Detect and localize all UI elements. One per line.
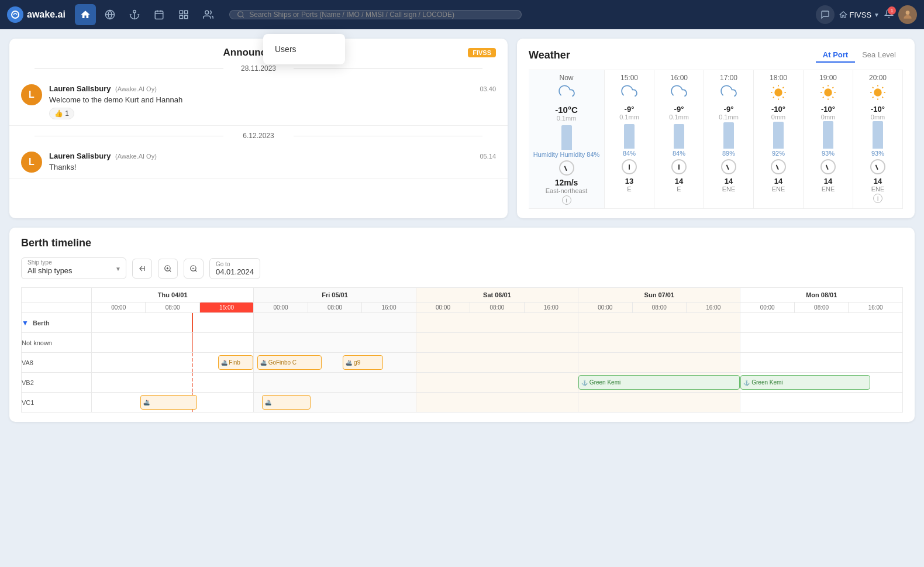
- announcement-time-1: 03.40: [480, 85, 496, 92]
- berth-group-mon: [740, 313, 903, 333]
- svg-line-53: [823, 97, 824, 98]
- time-thu-00: 00:00: [92, 303, 146, 313]
- nav-org[interactable]: FIVSS ▼: [839, 11, 880, 19]
- ship-event-vc1-fri[interactable]: 🚢: [262, 395, 311, 410]
- announcement-author-1: Lauren Salisbury: [49, 84, 111, 93]
- search-input[interactable]: [249, 11, 514, 19]
- date-header-mon: Mon 08/01: [740, 288, 903, 303]
- berth-label-vc1: VC1: [22, 393, 92, 413]
- svg-rect-5: [155, 11, 163, 19]
- time-sat-00: 00:00: [416, 303, 470, 313]
- announcement-author-line-2: Lauren Salisbury (Awake.AI Oy): [49, 152, 157, 160]
- timeline-zoom-in-btn[interactable]: [158, 259, 178, 279]
- cell-not-known-mon: [740, 333, 903, 353]
- weather-col-1: 15:00-9°0.1mm84%13E: [605, 70, 654, 209]
- svg-rect-9: [180, 11, 182, 13]
- weather-tab-port[interactable]: At Port: [816, 48, 855, 63]
- ship-event-green-kemi[interactable]: ⚓ Green Kemi: [578, 375, 740, 390]
- announcement-meta-1: Lauren Salisbury (Awake.AI Oy) 03.40: [49, 84, 496, 93]
- top-nav: awake.ai FIVSS ▼ 1: [0, 0, 924, 29]
- berth-group-row: ▼ Berth: [22, 313, 903, 333]
- nav-anchor-btn[interactable]: [124, 4, 145, 25]
- goto-date-wrap[interactable]: Go to 04.01.2024: [209, 258, 260, 279]
- nav-users-btn[interactable]: [198, 4, 219, 25]
- nav-chat-btn[interactable]: [816, 5, 835, 24]
- weather-header: Weather At Port Sea Level: [529, 48, 903, 63]
- berth-group-sun: [578, 313, 740, 333]
- svg-line-63: [882, 87, 883, 88]
- cell-vb2-sun: ⚓ Green Kemi: [578, 373, 740, 393]
- nav-logo[interactable]: awake.ai: [7, 6, 65, 23]
- fivss-badge: FIVSS: [468, 48, 496, 57]
- users-menu-item[interactable]: Users: [263, 39, 345, 60]
- cell-vb2-fri: [254, 373, 416, 393]
- ship-event-g9[interactable]: 🚢 g9: [343, 355, 383, 370]
- berth-title: Berth timeline: [21, 237, 903, 249]
- ship-event-green-kemi-cont[interactable]: ⚓ Green Kemi: [740, 375, 870, 390]
- announcement-meta-2: Lauren Salisbury (Awake.AI Oy) 05.14: [49, 152, 496, 160]
- timeline-scroll[interactable]: Thu 04/01 Fri 05/01 Sat 06/01 Sun 07/01 …: [21, 287, 903, 413]
- user-avatar[interactable]: [898, 5, 917, 24]
- cell-va8-sat: [416, 353, 578, 373]
- logo-icon: [7, 6, 23, 23]
- announcement-content-2: Lauren Salisbury (Awake.AI Oy) 05.14 Tha…: [49, 152, 496, 171]
- announcement-author-2: Lauren Salisbury: [49, 152, 111, 160]
- nav-calendar-btn[interactable]: [149, 4, 170, 25]
- time-mon-16: 16:00: [849, 303, 903, 313]
- weather-col-3: 17:00-9°0.1mm89%14ENE: [704, 70, 754, 209]
- announcement-row-1: L Lauren Salisbury (Awake.AI Oy) 03.40 W…: [21, 84, 496, 119]
- users-dropdown[interactable]: Users: [263, 34, 345, 64]
- cell-vc1-fri: 🚢: [254, 393, 416, 413]
- nav-bell-btn[interactable]: 1: [884, 9, 894, 20]
- time-sun-16: 16:00: [686, 303, 740, 313]
- timeline-header-row: Thu 04/01 Fri 05/01 Sat 06/01 Sun 07/01 …: [22, 288, 903, 303]
- cell-vb2-mon: ⚓ Green Kemi: [740, 373, 903, 393]
- nav-globe-btn[interactable]: [99, 4, 120, 25]
- svg-point-37: [775, 89, 782, 96]
- svg-line-44: [773, 97, 774, 98]
- svg-line-67: [170, 270, 171, 272]
- announcement-item-1: L Lauren Salisbury (Awake.AI Oy) 03.40 W…: [9, 78, 508, 126]
- ship-type-arrow-icon: ▼: [115, 265, 121, 272]
- ship-event-vc1-thu[interactable]: 🚢: [140, 395, 197, 410]
- date-header-fri: Fri 05/01: [254, 288, 416, 303]
- org-name: FIVSS: [850, 11, 872, 19]
- timeline-table: Thu 04/01 Fri 05/01 Sat 06/01 Sun 07/01 …: [21, 287, 903, 413]
- nav-home-btn[interactable]: [75, 4, 96, 25]
- ship-event-gofinbo[interactable]: 🚢 GoFinbo C: [257, 355, 322, 370]
- nav-right: FIVSS ▼ 1: [816, 5, 917, 24]
- cell-vc1-mon: [740, 393, 903, 413]
- svg-point-3: [133, 11, 136, 13]
- ship-type-select[interactable]: Ship type All ship types ▼: [21, 257, 126, 279]
- announcement-content-1: Lauren Salisbury (Awake.AI Oy) 03.40 Wel…: [49, 84, 496, 119]
- weather-tab-sea[interactable]: Sea Level: [855, 48, 903, 63]
- timeline-zoom-out-btn[interactable]: [184, 259, 204, 279]
- nav-grid-btn[interactable]: [173, 4, 194, 25]
- svg-line-40: [773, 87, 774, 88]
- goto-label: Go to: [216, 261, 254, 267]
- berth-row-va8: VA8 🚢 Finb 🚢 GoFinbo C: [22, 353, 903, 373]
- time-mon-08: 08:00: [794, 303, 848, 313]
- weather-panel: Weather At Port Sea Level Now-10°C0.1mmH…: [517, 39, 915, 218]
- date-divider-2: 6.12.2023: [9, 126, 508, 146]
- ship-type-value: All ship types: [27, 266, 108, 275]
- logo-text: awake.ai: [27, 9, 65, 20]
- announcement-time-2: 05.14: [480, 153, 496, 160]
- svg-line-71: [195, 270, 197, 272]
- svg-point-16: [906, 11, 910, 15]
- svg-rect-10: [184, 11, 187, 13]
- berth-col-header: [22, 288, 92, 303]
- time-sat-08: 08:00: [470, 303, 524, 313]
- cell-vc1-sat: [416, 393, 578, 413]
- reaction-btn-1[interactable]: 👍 1: [49, 108, 74, 119]
- cell-va8-thu: 🚢 Finb: [92, 353, 254, 373]
- announcement-author-line-1: Lauren Salisbury (Awake.AI Oy): [49, 84, 157, 93]
- search-bar[interactable]: [229, 10, 522, 19]
- ship-event-finb[interactable]: 🚢 Finb: [218, 355, 254, 370]
- svg-line-41: [782, 97, 784, 98]
- svg-rect-11: [180, 16, 182, 19]
- timeline-reset-btn[interactable]: [132, 259, 152, 279]
- announcements-body: 28.11.2023 L Lauren Salisbury (Awake.AI …: [9, 59, 508, 184]
- cell-not-known-fri: [254, 333, 416, 353]
- svg-line-45: [782, 87, 784, 88]
